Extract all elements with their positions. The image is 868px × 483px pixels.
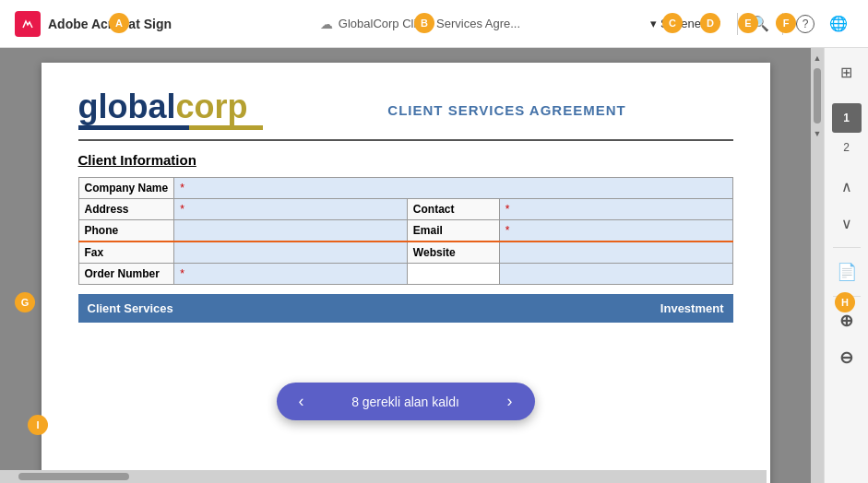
annotation-f: F [776, 13, 796, 33]
page-1-badge[interactable]: 1 [832, 103, 862, 133]
company-name-value[interactable]: * [174, 178, 732, 199]
logo-text: globalcorp [78, 90, 263, 124]
empty-value[interactable] [499, 264, 732, 285]
zoom-in-icon: ⊕ [839, 311, 853, 331]
annotation-h: H [835, 292, 855, 312]
agreement-title: CLIENT SERVICES AGREEMENT [281, 102, 733, 118]
annotation-g: G [15, 292, 35, 312]
address-label: Address [78, 199, 174, 220]
client-services-label: Client Services [88, 301, 173, 315]
required-fields-nav: ‹ 8 gerekli alan kaldı › [277, 383, 535, 420]
company-name-label: Company Name [78, 178, 174, 199]
document-properties-button[interactable]: 📄 [830, 255, 863, 289]
order-number-label: Order Number [78, 264, 174, 285]
cloud-icon: ☁ [320, 17, 333, 31]
table-row: Fax Website [78, 242, 732, 264]
grid-icon: ⊞ [840, 64, 852, 81]
main-container: globalcorp CLIENT SERVICES AGREEMENT Cli… [0, 48, 868, 483]
acrobat-sign-logo-icon [15, 11, 41, 37]
page-1-number: 1 [843, 112, 850, 124]
scroll-up-arrow[interactable]: ▲ [811, 52, 824, 65]
website-label: Website [407, 242, 499, 264]
required-fields-label: 8 gerekli alan kaldı [351, 395, 459, 409]
content-area: globalcorp CLIENT SERVICES AGREEMENT Cli… [0, 48, 824, 483]
required-star: * [180, 203, 184, 216]
scroll-down-sidebar-button[interactable]: ∨ [830, 206, 863, 240]
down-arrow-icon: ∨ [841, 215, 852, 232]
contact-value[interactable]: * [499, 199, 732, 220]
annotation-e: E [738, 13, 758, 33]
chevron-down-icon: ▾ [650, 17, 657, 30]
logo-area: Adobe Acrobat Sign [15, 11, 199, 37]
table-row: Address * Contact * [78, 199, 732, 220]
investment-label: Investment [660, 301, 724, 315]
document-scroll-area[interactable]: globalcorp CLIENT SERVICES AGREEMENT Cli… [0, 48, 811, 483]
prev-field-button[interactable]: ‹ [299, 392, 304, 411]
order-number-value[interactable]: * [174, 264, 408, 285]
language-button[interactable]: 🌐 [824, 9, 853, 39]
website-value[interactable] [499, 242, 732, 264]
vertical-scrollbar[interactable]: ▲ ▼ [811, 48, 824, 483]
scroll-up-sidebar-button[interactable]: ∧ [830, 170, 863, 203]
next-field-button[interactable]: › [507, 392, 513, 411]
logo-underline [78, 125, 263, 130]
annotation-b: B [414, 13, 434, 33]
fax-label: Fax [78, 242, 174, 264]
zoom-out-button[interactable]: ⊖ [830, 341, 863, 374]
required-star: * [180, 267, 184, 280]
zoom-out-icon: ⊖ [839, 348, 853, 368]
page-2-number: 2 [843, 141, 850, 154]
annotation-d: D [700, 13, 720, 33]
help-icon: ? [796, 15, 814, 33]
required-star: * [505, 203, 510, 216]
horizontal-scrollbar[interactable] [0, 470, 767, 483]
globe-icon: 🌐 [829, 15, 848, 32]
required-star: * [180, 182, 184, 194]
globalcorp-logo: globalcorp [78, 90, 263, 130]
scroll-down-arrow[interactable]: ▼ [811, 127, 824, 140]
email-value[interactable]: * [499, 220, 732, 242]
annotation-i: I [28, 415, 48, 435]
phone-label: Phone [78, 220, 174, 242]
right-sidebar: ⊞ 1 2 ∧ ∨ 📄 ⊕ ⊖ [824, 48, 868, 483]
scroll-thumb-vertical [814, 68, 821, 124]
empty-label [407, 264, 499, 285]
table-row: Order Number * [78, 264, 732, 285]
client-services-row: Client Services Investment [78, 294, 733, 323]
fax-value[interactable] [174, 242, 408, 264]
contact-label: Contact [407, 199, 499, 220]
table-row: Company Name * [78, 178, 732, 199]
section-title: Client Information [78, 152, 733, 168]
page-2-badge[interactable]: 2 [832, 136, 862, 159]
doc-icon: 📄 [837, 262, 857, 282]
logo-text-corp: corp [176, 88, 248, 125]
grid-view-button[interactable]: ⊞ [830, 55, 863, 88]
annotation-c: C [662, 13, 683, 33]
client-info-table: Company Name * Address * Contact * Phone… [78, 177, 733, 285]
email-label: Email [407, 220, 499, 242]
required-star: * [505, 224, 510, 237]
logo-text-global: global [78, 88, 176, 125]
header-divider [78, 139, 733, 141]
annotation-a: A [109, 13, 129, 33]
phone-value[interactable] [174, 220, 408, 242]
scroll-thumb [18, 473, 129, 480]
up-arrow-icon: ∧ [841, 178, 852, 195]
document-header: globalcorp CLIENT SERVICES AGREEMENT [78, 90, 733, 130]
address-value[interactable]: * [174, 199, 408, 220]
sidebar-divider [833, 247, 861, 248]
table-row: Phone Email * [78, 220, 732, 242]
